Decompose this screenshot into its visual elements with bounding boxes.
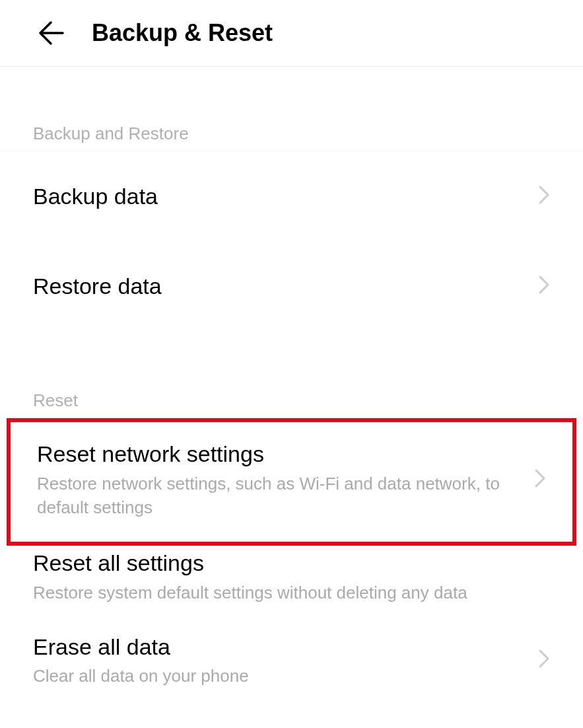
item-erase-all-data[interactable]: Erase all data Clear all data on your ph… — [0, 616, 583, 704]
section-header-reset: Reset — [0, 390, 583, 418]
chevron-right-icon — [538, 275, 550, 297]
content: Backup and Restore Backup data Restore d… — [0, 124, 583, 704]
list-item-text: Backup data — [33, 182, 528, 211]
list-item-text: Restore data — [33, 272, 528, 301]
item-backup-data[interactable]: Backup data — [0, 151, 583, 241]
list-item-text: Erase all data Clear all data on your ph… — [33, 632, 528, 688]
item-reset-all-settings[interactable]: Reset all settings Restore system defaul… — [0, 546, 583, 616]
section-header-backup: Backup and Restore — [0, 124, 583, 151]
item-reset-network-settings[interactable]: Reset network settings Restore network s… — [7, 418, 576, 546]
list-item-title: Reset network settings — [37, 439, 524, 468]
arrow-left-icon — [36, 18, 65, 48]
back-button[interactable] — [36, 18, 65, 48]
chevron-right-icon — [538, 185, 550, 207]
page-title: Backup & Reset — [92, 19, 273, 47]
list-item-text: Reset all settings Restore system defaul… — [33, 548, 550, 604]
list-item-title: Reset all settings — [33, 548, 550, 577]
list-item-subtitle: Restore system default settings without … — [33, 581, 550, 604]
header: Backup & Reset — [0, 0, 583, 67]
list-item-text: Reset network settings Restore network s… — [37, 439, 524, 519]
list-item-title: Backup data — [33, 182, 528, 211]
chevron-right-icon — [538, 649, 550, 671]
list-item-subtitle: Clear all data on your phone — [33, 664, 528, 688]
chevron-right-icon — [534, 468, 546, 491]
list-item-title: Erase all data — [33, 632, 528, 661]
item-restore-data[interactable]: Restore data — [0, 241, 583, 331]
list-item-subtitle: Restore network settings, such as Wi-Fi … — [37, 472, 524, 520]
list-item-title: Restore data — [33, 272, 528, 301]
